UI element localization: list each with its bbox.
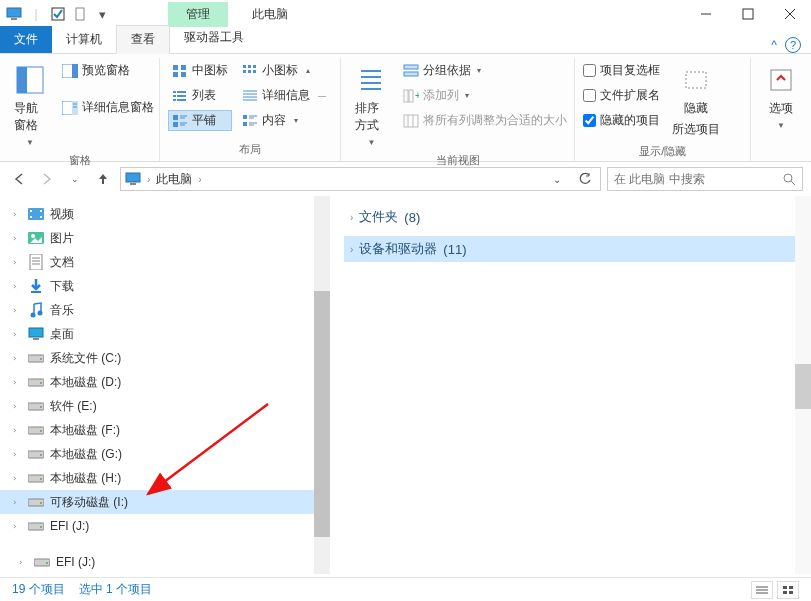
tab-view[interactable]: 查看 bbox=[116, 25, 170, 54]
maximize-button[interactable] bbox=[727, 0, 769, 28]
sort-by-button[interactable]: 排序方式 ▼ bbox=[349, 60, 393, 151]
chevron-right-icon[interactable]: › bbox=[350, 244, 353, 255]
chevron-right-icon[interactable]: › bbox=[12, 349, 22, 367]
search-box[interactable] bbox=[607, 167, 803, 191]
hidden-items-toggle[interactable]: 隐藏的项目 bbox=[583, 110, 660, 131]
chevron-right-icon[interactable]: › bbox=[12, 421, 22, 439]
tree-scrollbar-thumb[interactable] bbox=[314, 291, 330, 537]
tree-item[interactable]: ›桌面 bbox=[0, 322, 330, 346]
up-button[interactable] bbox=[92, 168, 114, 190]
context-tab-manage[interactable]: 管理 bbox=[168, 2, 228, 27]
chevron-right-icon[interactable]: › bbox=[350, 212, 353, 223]
chevron-right-icon[interactable]: › bbox=[198, 174, 201, 185]
checkbox-checked-icon[interactable] bbox=[48, 4, 68, 24]
chevron-right-icon[interactable]: › bbox=[147, 174, 150, 185]
main-scrollbar-track[interactable] bbox=[795, 196, 811, 574]
address-dropdown[interactable]: ⌄ bbox=[546, 174, 568, 185]
details-pane-button[interactable]: 详细信息窗格 bbox=[58, 97, 158, 118]
tree-item[interactable]: ›软件 (E:) bbox=[0, 394, 330, 418]
breadcrumb-this-pc[interactable]: 此电脑 bbox=[156, 171, 192, 188]
refresh-button[interactable] bbox=[574, 172, 596, 186]
tree-item[interactable]: ›文档 bbox=[0, 250, 330, 274]
preview-pane-button[interactable]: 预览窗格 bbox=[58, 60, 158, 81]
details-view-toggle[interactable] bbox=[751, 581, 773, 599]
minimize-button[interactable] bbox=[685, 0, 727, 28]
svg-rect-63 bbox=[130, 183, 136, 185]
collapse-ribbon-icon[interactable]: ^ bbox=[771, 38, 777, 52]
chevron-right-icon[interactable]: › bbox=[12, 517, 22, 535]
layout-tiles[interactable]: 平铺 bbox=[168, 110, 232, 131]
tree-item-label: 文档 bbox=[50, 253, 74, 271]
chevron-right-icon[interactable]: › bbox=[12, 325, 22, 343]
add-columns-button[interactable]: +添加列▾ bbox=[399, 85, 571, 106]
layout-small-icons[interactable]: 小图标▴ bbox=[238, 60, 330, 81]
chevron-right-icon[interactable]: › bbox=[12, 229, 22, 247]
hide-selected-button[interactable]: 隐藏 所选项目 bbox=[666, 60, 726, 142]
tab-computer[interactable]: 计算机 bbox=[52, 26, 116, 53]
layout-medium-icons[interactable]: 中图标 bbox=[168, 60, 232, 81]
chevron-down-icon: ▾ bbox=[477, 66, 481, 75]
group-header-folders[interactable]: › 文件夹 (8) bbox=[344, 204, 797, 230]
group-header-devices[interactable]: › 设备和驱动器 (11) bbox=[344, 236, 797, 262]
main-scrollbar-thumb[interactable] bbox=[795, 364, 811, 409]
chevron-right-icon[interactable]: › bbox=[12, 445, 22, 463]
tree-scrollbar-track[interactable] bbox=[314, 196, 330, 574]
tree-item[interactable]: ›本地磁盘 (D:) bbox=[0, 370, 330, 394]
tree-item[interactable]: ›本地磁盘 (H:) bbox=[0, 466, 330, 490]
checkbox[interactable] bbox=[583, 64, 596, 77]
chevron-right-icon[interactable]: › bbox=[12, 469, 22, 487]
tree-item[interactable]: ›本地磁盘 (F:) bbox=[0, 418, 330, 442]
chevron-right-icon[interactable]: › bbox=[12, 493, 22, 511]
document-icon[interactable] bbox=[70, 4, 90, 24]
chevron-right-icon[interactable]: › bbox=[12, 373, 22, 391]
group-count: (8) bbox=[404, 210, 420, 225]
tab-file[interactable]: 文件 bbox=[0, 26, 52, 53]
tree-item[interactable]: ›系统文件 (C:) bbox=[0, 346, 330, 370]
search-input[interactable] bbox=[614, 172, 782, 186]
svg-rect-0 bbox=[7, 8, 21, 17]
chevron-down-icon: ▾ bbox=[294, 116, 298, 125]
fit-columns-button[interactable]: 将所有列调整为合适的大小 bbox=[399, 110, 571, 131]
layout-content[interactable]: 内容▾ bbox=[238, 110, 330, 131]
close-button[interactable] bbox=[769, 0, 811, 28]
tiles-icon bbox=[172, 114, 188, 128]
tree-item[interactable]: ›EFI (J:) bbox=[0, 514, 330, 538]
tree-item[interactable]: ›可移动磁盘 (I:) bbox=[0, 490, 330, 514]
qat-dropdown-icon[interactable]: ▾ bbox=[92, 4, 112, 24]
status-bar: 19 个项目 选中 1 个项目 bbox=[0, 577, 811, 601]
chevron-right-icon[interactable]: › bbox=[12, 301, 22, 319]
item-checkboxes-toggle[interactable]: 项目复选框 bbox=[583, 60, 660, 81]
file-ext-toggle[interactable]: 文件扩展名 bbox=[583, 85, 660, 106]
svg-rect-21 bbox=[177, 91, 186, 93]
group-by-label: 分组依据 bbox=[423, 62, 471, 79]
tree-item[interactable]: ›图片 bbox=[0, 226, 330, 250]
chevron-right-icon[interactable]: › bbox=[12, 253, 22, 271]
tree-item[interactable]: ›音乐 bbox=[0, 298, 330, 322]
pc-icon[interactable] bbox=[4, 4, 24, 24]
recent-dropdown[interactable]: ⌄ bbox=[64, 168, 86, 190]
layout-list[interactable]: 列表 bbox=[168, 85, 232, 106]
group-by-button[interactable]: 分组依据▾ bbox=[399, 60, 571, 81]
checkbox[interactable] bbox=[583, 114, 596, 127]
layout-details[interactable]: 详细信息— bbox=[238, 85, 330, 106]
chevron-right-icon[interactable]: › bbox=[12, 397, 22, 415]
forward-button[interactable] bbox=[36, 168, 58, 190]
chevron-right-icon[interactable]: › bbox=[18, 553, 28, 571]
tab-drive-tools[interactable]: 驱动器工具 bbox=[170, 24, 258, 53]
tree-item[interactable]: ›本地磁盘 (G:) bbox=[0, 442, 330, 466]
search-icon[interactable] bbox=[782, 172, 796, 186]
chevron-right-icon[interactable]: › bbox=[12, 205, 22, 223]
address-box[interactable]: › 此电脑 › ⌄ bbox=[120, 167, 601, 191]
help-icon[interactable]: ? bbox=[785, 37, 801, 53]
nav-pane-button[interactable]: 导航窗格 ▼ bbox=[8, 60, 52, 151]
tree-item-label: 下载 bbox=[50, 277, 74, 295]
tree-item[interactable]: ›下载 bbox=[0, 274, 330, 298]
svg-rect-24 bbox=[173, 99, 176, 101]
checkbox[interactable] bbox=[583, 89, 596, 102]
back-button[interactable] bbox=[8, 168, 30, 190]
options-button[interactable]: 选项 ▼ bbox=[759, 60, 803, 155]
tree-item-efi-extra[interactable]: › EFI (J:) bbox=[0, 550, 330, 574]
tree-item[interactable]: ›视频 bbox=[0, 202, 330, 226]
icons-view-toggle[interactable] bbox=[777, 581, 799, 599]
chevron-right-icon[interactable]: › bbox=[12, 277, 22, 295]
